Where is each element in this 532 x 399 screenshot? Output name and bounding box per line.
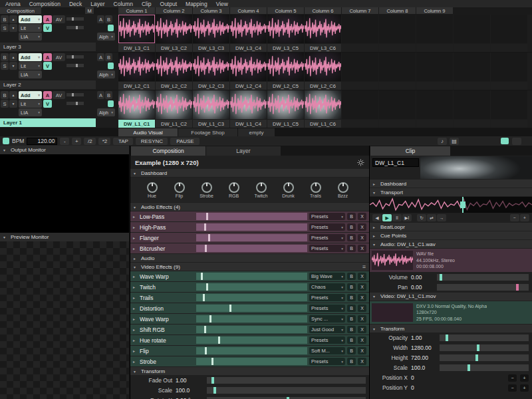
effect-remove-button[interactable]: X <box>358 213 366 220</box>
layer-video-slider[interactable] <box>66 26 84 29</box>
clip-cell[interactable]: DW_L2_C4 <box>230 53 267 90</box>
pause-button[interactable]: II <box>392 214 402 221</box>
clip-name-selected[interactable]: DW_L1_C1 <box>118 120 155 128</box>
param-value[interactable]: 1.00 <box>176 377 203 384</box>
clip-name[interactable]: DW_L3_C4 <box>230 44 267 52</box>
param-value[interactable]: 1.00 <box>411 334 436 341</box>
next-frame-button[interactable]: ▶I <box>402 214 412 221</box>
param-slider[interactable] <box>440 344 529 351</box>
clip-cell[interactable]: DW_L3_C1 <box>118 15 155 52</box>
crossfader-a-button[interactable]: A <box>97 15 104 23</box>
loop-mode-button[interactable]: ↻ <box>417 214 426 221</box>
empty-clip-slot[interactable] <box>491 53 527 90</box>
clip-cell[interactable]: DW_L3_C5 <box>267 15 304 52</box>
output-active-indicator[interactable] <box>501 138 509 144</box>
expand-arrow-icon[interactable]: ▸ <box>133 274 138 279</box>
effect-slider[interactable] <box>196 336 307 344</box>
display-icon[interactable]: ▤ <box>450 138 459 145</box>
clip-timeline[interactable] <box>370 197 532 213</box>
layer-down-icon[interactable]: ▼ <box>9 100 17 108</box>
pause-button[interactable]: PAUSE <box>170 138 200 145</box>
effect-remove-button[interactable]: X <box>358 358 366 365</box>
effect-remove-button[interactable]: X <box>358 223 366 231</box>
tab-clip[interactable]: Clip <box>370 146 450 156</box>
menu-mapping[interactable]: Mapping <box>186 1 207 7</box>
effect-preset-dropdown[interactable]: Just Good▾ <box>309 326 345 333</box>
crossfader-a-button[interactable]: A <box>97 91 104 99</box>
menu-composition[interactable]: Composition <box>29 1 61 7</box>
empty-clip-slot[interactable] <box>454 15 490 52</box>
clip-name[interactable]: DW_L1_C4 <box>230 120 267 128</box>
effect-preset-dropdown[interactable]: Chaos▾ <box>309 283 345 291</box>
menu-icon[interactable]: ≡ <box>362 263 366 270</box>
layer-active-indicator[interactable] <box>108 25 114 31</box>
layer-name[interactable]: Layer 1 <box>0 118 96 127</box>
clip-cell[interactable]: DW_L3_C3 <box>193 15 229 52</box>
crossfader-a-button[interactable]: A <box>97 53 104 61</box>
clip-name[interactable]: DW_L2_C4 <box>230 82 267 90</box>
clip-cell[interactable]: DW_L2_C1 <box>118 53 155 90</box>
effect-slider[interactable] <box>196 358 307 365</box>
clip-name[interactable]: DW_L3_C2 <box>156 44 192 52</box>
layer-video-button[interactable]: V <box>43 62 52 70</box>
expand-arrow-icon[interactable]: ▸ <box>133 285 138 289</box>
layer-audio-button[interactable]: A <box>43 53 52 61</box>
layer-blend-dropdown[interactable]: Add▾ <box>19 53 42 61</box>
clip-name-field[interactable]: DW_L1_C1 <box>372 158 419 167</box>
param-value[interactable]: 0 <box>411 384 436 391</box>
layer-name[interactable]: Layer 3 <box>0 43 96 51</box>
layer-active-indicator[interactable] <box>108 63 114 69</box>
output-monitor-header[interactable]: ▾Output Monitor <box>0 146 129 154</box>
empty-clip-slot[interactable] <box>491 90 527 128</box>
deck-tab-audio-visual[interactable]: Audio Visual <box>118 128 178 136</box>
effect-preset-dropdown[interactable]: Presets▾ <box>309 294 345 301</box>
empty-clip-slot[interactable] <box>416 53 453 90</box>
layer-up-icon[interactable]: ▲ <box>9 53 17 61</box>
layer-bypass-button[interactable]: B <box>1 53 9 61</box>
effect-remove-button[interactable]: X <box>358 283 366 291</box>
bpm-plus-button[interactable]: + <box>72 138 81 145</box>
knob-flip[interactable]: Flip <box>166 182 193 198</box>
param-slider[interactable] <box>440 334 529 341</box>
deck-tab-empty[interactable]: empty <box>238 128 275 136</box>
clip-cell[interactable]: DW_L2_C5 <box>267 53 304 90</box>
layer-lit-dropdown[interactable]: Lit▾ <box>19 62 42 70</box>
clip-thumbnail[interactable] <box>230 90 267 119</box>
layer-bypass-button[interactable]: B <box>1 91 9 99</box>
clip-name[interactable]: DW_L2_C5 <box>267 82 304 90</box>
section-audio-effects[interactable]: ▾Audio Effects (4) <box>130 203 369 211</box>
section-beatloopr[interactable]: ▸BeatLoopr <box>370 223 532 231</box>
expand-arrow-icon[interactable]: ▸ <box>133 317 138 321</box>
effect-preset-dropdown[interactable]: Sync ...▾ <box>309 315 345 323</box>
effect-bypass-button[interactable]: B <box>347 283 356 291</box>
param-value[interactable]: 0 <box>411 374 436 381</box>
param-value[interactable]: 0.00 <box>411 274 434 281</box>
menu-layer[interactable]: Layer <box>90 1 104 7</box>
tab-composition[interactable]: Composition <box>131 146 205 156</box>
knob-drunk[interactable]: Drunk <box>275 182 302 198</box>
section-audio[interactable]: ▸Audio <box>130 254 369 262</box>
audio-icon[interactable]: ♪ <box>438 138 447 145</box>
knob-rgb[interactable]: RGB <box>220 182 247 198</box>
effect-remove-button[interactable]: X <box>358 347 366 354</box>
param-value[interactable]: 720.00 <box>411 354 436 361</box>
layer-audio-slider[interactable] <box>66 55 84 59</box>
effect-remove-button[interactable]: X <box>358 326 366 333</box>
clip-cell[interactable]: DW_L1_C3 <box>193 90 229 128</box>
clip-name[interactable]: DW_L3_C3 <box>193 44 229 52</box>
layer-blendmode-dropdown[interactable]: Alph▾ <box>97 108 115 116</box>
menu-deck[interactable]: Deck <box>69 1 82 7</box>
clip-thumbnail[interactable] <box>118 15 155 43</box>
layer-blendmode-dropdown[interactable]: Alph▾ <box>97 70 115 78</box>
column-7-header[interactable]: Column 7 <box>342 7 378 14</box>
empty-clip-slot[interactable] <box>342 90 378 128</box>
column-1-header[interactable]: Column 1 <box>118 7 155 14</box>
crossfader-b-button[interactable]: B <box>105 91 112 99</box>
menu-clip[interactable]: Clip <box>142 1 152 7</box>
knob-hue[interactable]: Hue <box>138 182 166 198</box>
effect-slider[interactable] <box>196 273 307 280</box>
expand-arrow-icon[interactable]: ▸ <box>133 327 138 332</box>
gear-icon[interactable] <box>357 159 364 166</box>
layer-blend-dropdown[interactable]: Add▾ <box>19 15 42 23</box>
effect-slider[interactable] <box>196 294 307 301</box>
